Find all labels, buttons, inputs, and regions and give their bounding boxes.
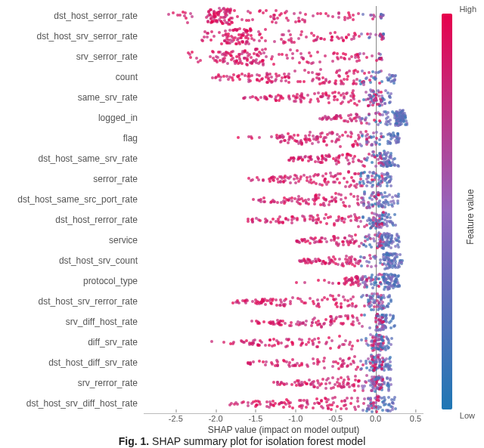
feature-row: flag — [144, 128, 424, 149]
beeswarm — [144, 312, 424, 332]
colorbar-high-label: High — [459, 5, 476, 14]
caption-prefix: Fig. 1. — [119, 435, 149, 447]
colorbar — [442, 14, 452, 409]
feature-row: dst_host_rerror_rate — [144, 210, 424, 230]
feature-label: protocol_type — [83, 271, 138, 292]
x-tick: -1.0 — [288, 414, 302, 423]
feature-label: same_srv_rate — [78, 88, 138, 108]
feature-row: dst_host_srv_count — [144, 251, 424, 271]
feature-row: srv_rerror_rate — [144, 373, 424, 394]
beeswarm — [144, 26, 424, 47]
feature-row: service — [144, 230, 424, 251]
caption-text: SHAP summary plot for isolation forest m… — [149, 435, 365, 447]
feature-label: dst_host_srv_rerror_rate — [39, 292, 138, 312]
feature-label: logged_in — [98, 108, 138, 128]
feature-row: dst_host_diff_srv_rate — [144, 353, 424, 373]
beeswarm — [144, 169, 424, 190]
feature-row: dst_host_srv_diff_host_rate — [144, 394, 424, 414]
feature-label: service — [109, 230, 138, 251]
beeswarm — [144, 353, 424, 373]
beeswarm — [144, 251, 424, 271]
beeswarm — [144, 149, 424, 169]
feature-label: serror_rate — [93, 169, 138, 190]
x-tick: 0.5 — [410, 414, 421, 423]
x-tick: -1.5 — [249, 414, 263, 423]
feature-label: dst_host_rerror_rate — [55, 210, 138, 230]
x-axis-label: SHAP value (impact on model output) — [144, 425, 424, 435]
feature-row: serror_rate — [144, 169, 424, 190]
feature-label: dst_host_srv_count — [59, 251, 138, 271]
feature-row: dst_host_srv_rerror_rate — [144, 292, 424, 312]
feature-row: srv_diff_host_rate — [144, 312, 424, 332]
feature-label: srv_serror_rate — [76, 47, 138, 67]
beeswarm — [144, 373, 424, 394]
beeswarm — [144, 292, 424, 312]
feature-row: dst_host_srv_serror_rate — [144, 26, 424, 47]
beeswarm — [144, 190, 424, 210]
feature-label: dst_host_srv_serror_rate — [37, 26, 138, 47]
feature-label: dst_host_srv_diff_host_rate — [26, 394, 138, 414]
feature-row: count — [144, 67, 424, 88]
shap-summary-figure: dst_host_serror_ratedst_host_srv_serror_… — [0, 0, 484, 448]
beeswarm — [144, 332, 424, 353]
feature-row: diff_srv_rate — [144, 332, 424, 353]
beeswarm — [144, 67, 424, 88]
plot-area: dst_host_serror_ratedst_host_srv_serror_… — [144, 6, 424, 414]
x-tick: -2.0 — [209, 414, 223, 423]
feature-label: diff_srv_rate — [88, 332, 138, 353]
colorbar-axis-label: Feature value — [465, 189, 476, 244]
feature-row: dst_host_serror_rate — [144, 6, 424, 26]
beeswarm — [144, 88, 424, 108]
feature-row: logged_in — [144, 108, 424, 128]
x-tick: -2.5 — [169, 414, 183, 423]
beeswarm — [144, 230, 424, 251]
feature-label: dst_host_same_srv_rate — [39, 149, 138, 169]
feature-label: flag — [123, 128, 138, 149]
figure-caption: Fig. 1. SHAP summary plot for isolation … — [0, 435, 484, 447]
feature-label: srv_rerror_rate — [78, 373, 138, 394]
feature-label: srv_diff_host_rate — [66, 312, 138, 332]
feature-label: count — [116, 67, 138, 88]
x-tick: 0.0 — [370, 414, 381, 423]
colorbar-low-label: Low — [460, 411, 475, 420]
beeswarm — [144, 108, 424, 128]
beeswarm — [144, 47, 424, 67]
feature-row: dst_host_same_srv_rate — [144, 149, 424, 169]
beeswarm — [144, 394, 424, 414]
feature-row: protocol_type — [144, 271, 424, 292]
feature-label: dst_host_serror_rate — [54, 6, 138, 26]
feature-label: dst_host_same_src_port_rate — [17, 190, 138, 210]
beeswarm — [144, 271, 424, 292]
beeswarm — [144, 210, 424, 230]
feature-row: srv_serror_rate — [144, 47, 424, 67]
feature-label: dst_host_diff_srv_rate — [48, 353, 138, 373]
feature-row: dst_host_same_src_port_rate — [144, 190, 424, 210]
beeswarm — [144, 128, 424, 149]
x-tick: -0.5 — [328, 414, 343, 423]
feature-row: same_srv_rate — [144, 88, 424, 108]
beeswarm — [144, 6, 424, 26]
